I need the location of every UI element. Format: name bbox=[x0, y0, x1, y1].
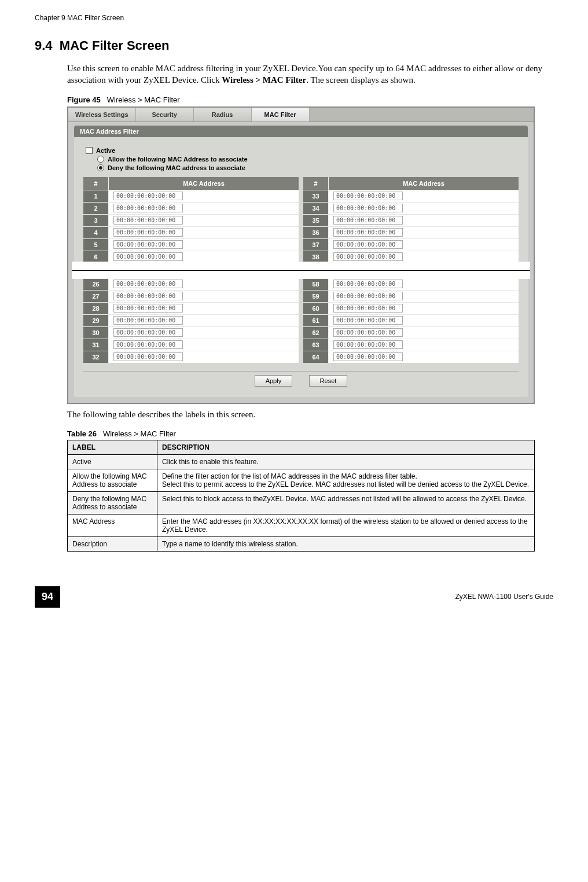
page-footer: 94 ZyXEL NWA-1100 User's Guide bbox=[35, 586, 553, 608]
mac-row-cell bbox=[329, 239, 519, 251]
mac-input[interactable] bbox=[333, 228, 403, 237]
mac-row-num: 64 bbox=[303, 351, 329, 363]
mac-row: 5 bbox=[83, 238, 299, 251]
allow-row: Allow the following MAC Address to assoc… bbox=[97, 156, 519, 163]
tab-radius[interactable]: Radius bbox=[194, 108, 252, 122]
mac-row: 30 bbox=[83, 326, 299, 339]
mac-right-bot-rows: 58596061626364 bbox=[303, 278, 519, 363]
mac-input[interactable] bbox=[333, 304, 403, 313]
mac-row: 37 bbox=[303, 238, 519, 251]
mac-row-num: 32 bbox=[83, 351, 109, 363]
mac-row: 63 bbox=[303, 339, 519, 351]
table-caption-text: Wireless > MAC Filter bbox=[103, 429, 176, 438]
mac-input[interactable] bbox=[113, 240, 183, 249]
active-label: Active bbox=[96, 147, 115, 154]
section-intro: Use this screen to enable MAC address fi… bbox=[67, 63, 553, 86]
mac-row-cell bbox=[109, 303, 299, 314]
mac-row: 4 bbox=[83, 226, 299, 238]
mac-input[interactable] bbox=[333, 204, 403, 212]
panel-body: Active Allow the following MAC Address t… bbox=[74, 137, 528, 397]
mac-row-cell bbox=[109, 203, 299, 214]
mac-row: 26 bbox=[83, 278, 299, 290]
tab-wireless-settings[interactable]: Wireless Settings bbox=[68, 108, 136, 122]
allow-radio[interactable] bbox=[97, 156, 104, 163]
mac-col-right-bottom: 58596061626364 bbox=[303, 278, 519, 363]
reset-button[interactable]: Reset bbox=[309, 375, 348, 387]
section-heading: 9.4 MAC Filter Screen bbox=[35, 38, 553, 53]
mac-input[interactable] bbox=[113, 352, 183, 361]
panel-title: MAC Address Filter bbox=[74, 126, 528, 137]
section-number: 9.4 bbox=[35, 38, 53, 53]
mac-row-cell bbox=[329, 251, 519, 263]
mac-row-num: 30 bbox=[83, 327, 109, 339]
allow-label: Allow the following MAC Address to assoc… bbox=[108, 156, 248, 163]
mac-row-cell bbox=[109, 190, 299, 202]
active-checkbox[interactable] bbox=[86, 147, 93, 154]
mac-input[interactable] bbox=[333, 192, 403, 200]
guide-name: ZyXEL NWA-1100 User's Guide bbox=[455, 593, 553, 601]
mac-input[interactable] bbox=[333, 216, 403, 225]
intro-tail: . The screen displays as shown. bbox=[306, 75, 415, 84]
tab-security[interactable]: Security bbox=[136, 108, 194, 122]
mac-row: 31 bbox=[83, 339, 299, 351]
mac-input[interactable] bbox=[113, 192, 183, 200]
mac-input[interactable] bbox=[113, 204, 183, 212]
tab-mac-filter[interactable]: MAC Filter bbox=[252, 108, 310, 122]
mac-input[interactable] bbox=[113, 340, 183, 349]
mac-row: 36 bbox=[303, 226, 519, 238]
mac-right-top-rows: 333435363738 bbox=[303, 190, 519, 263]
mac-input[interactable] bbox=[333, 252, 403, 261]
mac-row-cell bbox=[109, 227, 299, 238]
table-caption: Table 26 Wireless > MAC Filter bbox=[67, 429, 553, 438]
mac-input[interactable] bbox=[333, 340, 403, 349]
section-title: MAC Filter Screen bbox=[60, 38, 170, 53]
active-row: Active bbox=[86, 147, 519, 154]
mac-head-addr: MAC Address bbox=[329, 177, 519, 190]
mac-row-num: 33 bbox=[303, 190, 329, 202]
mac-row-num: 28 bbox=[83, 303, 109, 314]
table-cell-desc: Type a name to identify this wireless st… bbox=[157, 536, 535, 551]
mac-input[interactable] bbox=[113, 216, 183, 225]
mac-input[interactable] bbox=[333, 352, 403, 361]
figure-caption: Figure 45 Wireless > MAC Filter bbox=[67, 95, 553, 104]
mac-col-left-bottom: 26272829303132 bbox=[83, 278, 299, 363]
mac-head-right: # MAC Address bbox=[303, 177, 519, 190]
mac-row: 62 bbox=[303, 326, 519, 339]
mac-row-cell bbox=[329, 291, 519, 302]
mac-input[interactable] bbox=[113, 328, 183, 337]
deny-label: Deny the following MAC address to associ… bbox=[108, 164, 245, 171]
screenshot-figure: Wireless Settings Security Radius MAC Fi… bbox=[67, 106, 535, 404]
mac-row-num: 5 bbox=[83, 239, 109, 251]
mac-input[interactable] bbox=[333, 316, 403, 325]
mac-row-cell bbox=[109, 278, 299, 290]
mac-input[interactable] bbox=[113, 316, 183, 325]
mac-input[interactable] bbox=[333, 328, 403, 337]
mac-row-num: 34 bbox=[303, 203, 329, 214]
mac-input[interactable] bbox=[113, 304, 183, 313]
apply-button[interactable]: Apply bbox=[255, 375, 293, 387]
mac-input[interactable] bbox=[333, 292, 403, 300]
mac-row-cell bbox=[329, 190, 519, 202]
mac-input[interactable] bbox=[113, 280, 183, 288]
table-cell-label: Allow the following MAC Address to assoc… bbox=[68, 469, 157, 491]
deny-row: Deny the following MAC address to associ… bbox=[97, 164, 519, 171]
table-cell-desc: Define the filter action for the list of… bbox=[157, 469, 535, 491]
mac-row: 58 bbox=[303, 278, 519, 290]
mac-row-cell bbox=[109, 291, 299, 302]
mac-input[interactable] bbox=[113, 292, 183, 300]
mac-row: 1 bbox=[83, 190, 299, 202]
mac-input[interactable] bbox=[333, 280, 403, 288]
mac-row-cell bbox=[109, 215, 299, 226]
deny-radio[interactable] bbox=[97, 164, 104, 171]
mac-row: 61 bbox=[303, 314, 519, 326]
mac-input[interactable] bbox=[333, 240, 403, 249]
mac-left-top-rows: 123456 bbox=[83, 190, 299, 263]
page-number: 94 bbox=[35, 586, 60, 608]
mac-row: 38 bbox=[303, 251, 519, 263]
mac-input[interactable] bbox=[113, 228, 183, 237]
mac-row-cell bbox=[329, 327, 519, 339]
mac-row-num: 3 bbox=[83, 215, 109, 226]
table-cell-label: Active bbox=[68, 454, 157, 469]
mac-row: 60 bbox=[303, 302, 519, 314]
mac-input[interactable] bbox=[113, 252, 183, 261]
